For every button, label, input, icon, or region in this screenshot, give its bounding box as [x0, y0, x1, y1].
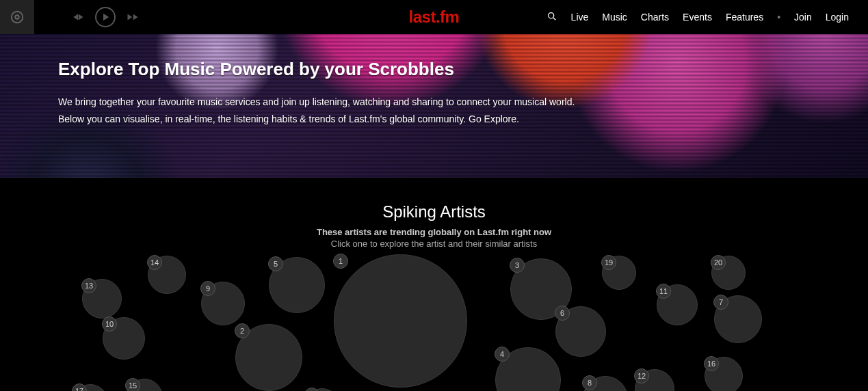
artist-bubble[interactable]: 15 — [126, 379, 163, 391]
search-button[interactable] — [547, 11, 557, 24]
nav-login[interactable]: Login — [826, 12, 849, 23]
skip-back-icon — [72, 11, 84, 23]
artist-rank-badge: 14 — [147, 255, 162, 270]
artist-rank-badge: 4 — [495, 347, 510, 362]
nav-features[interactable]: Features — [726, 12, 763, 23]
artist-bubble[interactable]: 11 — [657, 284, 698, 325]
hero-title: Explore Top Music Powered by your Scrobb… — [58, 59, 868, 80]
nav-live[interactable]: Live — [571, 12, 589, 23]
svg-point-2 — [548, 12, 553, 18]
nav-events[interactable]: Events — [683, 12, 712, 23]
artist-rank-badge: 19 — [601, 255, 616, 270]
nav-join[interactable]: Join — [794, 12, 812, 23]
artist-bubble[interactable]: 18 — [305, 388, 339, 391]
artist-rank-badge: 3 — [510, 258, 525, 273]
play-icon — [99, 11, 111, 23]
nav-charts[interactable]: Charts — [641, 12, 669, 23]
artist-bubble[interactable]: 20 — [711, 256, 746, 290]
artist-bubble[interactable]: 1 — [334, 254, 467, 388]
artist-bubble[interactable]: 6 — [555, 306, 606, 357]
svg-point-0 — [12, 12, 23, 23]
artist-bubbles-container: 1521491310171518346819111220716 — [0, 254, 868, 391]
artist-rank-badge: 2 — [235, 323, 250, 338]
artist-bubble[interactable]: 9 — [201, 282, 245, 325]
artist-bubble[interactable]: 17 — [73, 384, 108, 391]
artist-rank-badge: 15 — [125, 378, 140, 391]
artist-rank-badge: 12 — [634, 368, 649, 383]
artist-rank-badge: 10 — [102, 316, 117, 332]
artist-bubble[interactable]: 4 — [495, 347, 561, 391]
artist-rank-badge: 13 — [81, 278, 96, 293]
top-bar: last.fm Live Music Charts Events Feature… — [0, 0, 868, 34]
artist-rank-badge: 6 — [555, 306, 570, 321]
artist-bubble[interactable]: 2 — [235, 324, 302, 391]
artist-rank-badge: 7 — [713, 295, 728, 310]
skip-forward-icon — [127, 11, 139, 23]
player-artwork-placeholder[interactable] — [0, 0, 34, 34]
artist-bubble[interactable]: 7 — [714, 295, 762, 343]
play-button[interactable] — [95, 7, 116, 27]
artist-bubble[interactable]: 8 — [583, 376, 628, 391]
disc-icon — [10, 10, 25, 25]
main-nav: Live Music Charts Events Features • Join… — [547, 11, 868, 24]
artist-bubble[interactable]: 14 — [148, 256, 186, 294]
artist-bubble[interactable]: 19 — [602, 256, 636, 290]
svg-line-3 — [553, 18, 555, 20]
spiking-title: Spiking Artists — [0, 202, 868, 221]
svg-point-1 — [15, 15, 19, 19]
nav-music[interactable]: Music — [602, 12, 627, 23]
player-controls — [72, 7, 139, 27]
artist-rank-badge: 8 — [582, 375, 597, 390]
site-logo[interactable]: last.fm — [409, 8, 460, 27]
spiking-subtitle-2: Click one to explore the artist and thei… — [0, 239, 868, 249]
hero-line-2: Below you can visualise, in real-time, t… — [58, 111, 592, 128]
artist-bubble[interactable]: 13 — [82, 279, 122, 319]
artist-rank-badge: 20 — [711, 255, 726, 270]
artist-bubble[interactable]: 10 — [103, 317, 145, 360]
spiking-subtitle-1: These artists are trending globally on L… — [0, 227, 868, 237]
prev-track-button[interactable] — [72, 11, 84, 23]
artist-bubble[interactable]: 5 — [269, 257, 325, 313]
artist-bubble[interactable]: 16 — [705, 357, 743, 391]
hero-banner: Explore Top Music Powered by your Scrobb… — [0, 34, 868, 178]
nav-separator: • — [777, 12, 780, 23]
next-track-button[interactable] — [127, 11, 139, 23]
search-icon — [547, 11, 557, 22]
artist-rank-badge: 18 — [304, 388, 319, 391]
artist-bubble[interactable]: 12 — [635, 369, 674, 391]
artist-rank-badge: 1 — [333, 254, 348, 269]
spiking-section: Spiking Artists These artists are trendi… — [0, 178, 868, 391]
artist-rank-badge: 17 — [72, 383, 87, 391]
artist-rank-badge: 5 — [268, 256, 283, 271]
artist-rank-badge: 9 — [200, 281, 215, 296]
hero-line-1: We bring together your favourite music s… — [58, 94, 592, 111]
artist-rank-badge: 16 — [704, 356, 719, 371]
artist-rank-badge: 11 — [656, 284, 671, 299]
